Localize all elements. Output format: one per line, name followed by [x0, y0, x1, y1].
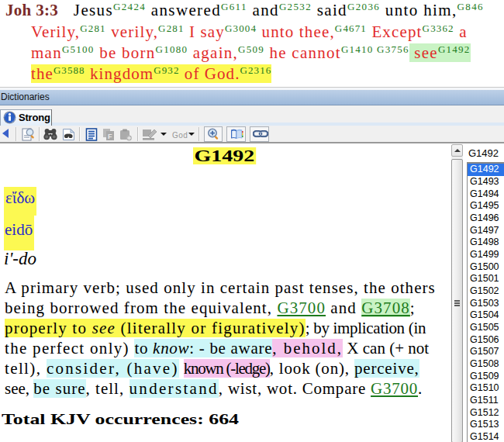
svg-text:F: F: [108, 133, 112, 140]
